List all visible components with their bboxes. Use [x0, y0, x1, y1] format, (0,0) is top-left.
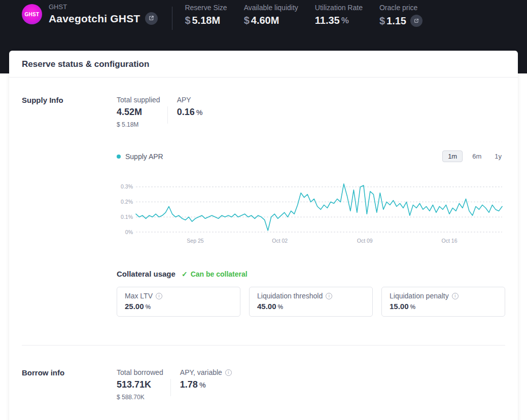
- token-symbol-label: GHST: [49, 3, 158, 11]
- percent-symbol: %: [410, 303, 416, 311]
- total-borrowed-metric: Total borrowed 513.71K $ 588.70K: [117, 368, 163, 401]
- supply-apr-chart: 0%0.1%0.2%0.3%Sep 25Oct 02Oct 09Oct 16: [117, 175, 505, 246]
- supply-section-label: Supply Info: [22, 78, 117, 317]
- stat-number: 5.18M: [192, 15, 221, 26]
- stat-number: 1.15: [387, 15, 406, 27]
- svg-text:0.2%: 0.2%: [121, 199, 133, 205]
- total-supplied-value: 4.52M: [117, 107, 142, 118]
- external-link-icon: [414, 17, 419, 25]
- liquidation-penalty-value: 15.00: [390, 302, 409, 311]
- info-icon[interactable]: i: [156, 293, 162, 299]
- total-borrowed-value: 513.71K: [117, 379, 151, 390]
- percent-symbol: %: [196, 108, 203, 117]
- stat-available-liquidity: Available liquidity $4.60M: [244, 4, 298, 27]
- ghst-token-icon: GHST: [22, 4, 42, 24]
- svg-text:0.3%: 0.3%: [121, 183, 133, 189]
- max-ltv-box: Max LTV i 25.00%: [117, 287, 240, 317]
- collateral-usage-title: Collateral usage: [117, 270, 175, 278]
- supply-apy-metric: APY 0.16%: [177, 96, 203, 128]
- info-icon[interactable]: i: [225, 369, 232, 376]
- svg-text:Oct 02: Oct 02: [272, 238, 288, 244]
- legend-label: Supply APR: [125, 152, 163, 161]
- percent-symbol: %: [146, 303, 151, 311]
- info-icon[interactable]: i: [452, 293, 459, 299]
- svg-text:Sep 25: Sep 25: [187, 238, 203, 244]
- reserve-header: GHST GHST Aavegotchi GHST Reserve Size $…: [0, 0, 527, 47]
- total-supplied-label: Total supplied: [117, 96, 160, 104]
- stat-value: $5.18M: [185, 15, 227, 26]
- borrow-apy-value: 1.78: [180, 379, 198, 390]
- chart-legend: Supply APR: [117, 152, 163, 161]
- title-block: GHST Aavegotchi GHST: [49, 3, 158, 25]
- borrow-apy-label: APY, variable: [180, 368, 222, 376]
- stat-number: 4.60M: [251, 15, 279, 26]
- stat-value: $4.60M: [244, 15, 298, 26]
- percent-symbol: %: [199, 381, 206, 389]
- percent-symbol: %: [341, 16, 349, 26]
- external-link-icon: [149, 15, 154, 22]
- metric-divider: [167, 106, 168, 124]
- supply-apy-label: APY: [177, 96, 203, 104]
- borrow-apy-metric: APY, variable i 1.78%: [180, 368, 232, 401]
- supply-apy-value: 0.16: [177, 107, 195, 118]
- max-ltv-value: 25.00: [125, 302, 144, 311]
- page-title: Aavegotchi GHST: [49, 13, 140, 25]
- currency-symbol: $: [244, 15, 250, 26]
- liquidation-penalty-label: Liquidation penalty: [390, 292, 449, 300]
- range-chip-1y[interactable]: 1y: [491, 150, 505, 162]
- total-borrowed-usd: $ 588.70K: [117, 394, 163, 401]
- total-borrowed-label: Total borrowed: [117, 368, 163, 376]
- external-link-button[interactable]: [145, 12, 158, 25]
- collateral-usage-section: Collateral usage ✓ Can be collateral Max…: [117, 270, 505, 317]
- metric-divider: [170, 379, 171, 396]
- currency-symbol: $: [379, 15, 385, 27]
- percent-symbol: %: [278, 303, 284, 311]
- stat-label: Reserve Size: [185, 4, 227, 12]
- total-supplied-metric: Total supplied 4.52M $ 5.18M: [117, 96, 160, 128]
- borrow-section: Borrow info Total borrowed 513.71K $ 588…: [22, 346, 505, 401]
- max-ltv-label: Max LTV: [125, 292, 153, 300]
- time-range-selector: 1m 6m 1y: [442, 150, 505, 162]
- svg-text:Oct 09: Oct 09: [357, 238, 373, 244]
- liquidation-penalty-box: Liquidation penalty i 15.00%: [381, 287, 505, 317]
- total-supplied-usd: $ 5.18M: [117, 121, 160, 128]
- reserve-status-card: Reserve status & configuration Supply In…: [9, 51, 518, 420]
- svg-text:0.1%: 0.1%: [121, 214, 133, 220]
- range-chip-6m[interactable]: 6m: [469, 150, 485, 162]
- stat-number: 11.35: [315, 15, 340, 26]
- token-icon-text: GHST: [25, 12, 40, 17]
- collateral-badge-label: Can be collateral: [191, 270, 248, 278]
- stat-value: $1.15: [379, 15, 423, 27]
- svg-text:Oct 16: Oct 16: [442, 238, 458, 244]
- stat-label: Oracle price: [379, 4, 423, 12]
- svg-text:0%: 0%: [125, 229, 133, 235]
- stat-label: Available liquidity: [244, 4, 298, 12]
- range-chip-1m[interactable]: 1m: [442, 150, 463, 162]
- stat-value: 11.35%: [315, 15, 363, 26]
- legend-dot-icon: [117, 155, 121, 159]
- liquidation-threshold-label: Liquidation threshold: [257, 292, 323, 300]
- supply-apr-chart-container: 0%0.1%0.2%0.3%Sep 25Oct 02Oct 09Oct 16: [117, 175, 505, 246]
- header-divider: [172, 7, 172, 30]
- supply-section: Supply Info Total supplied 4.52M $ 5.18M…: [22, 78, 505, 317]
- oracle-external-link-button[interactable]: [410, 15, 423, 27]
- header-stats: Reserve Size $5.18M Available liquidity …: [185, 3, 423, 27]
- card-title: Reserve status & configuration: [9, 51, 518, 78]
- liquidation-threshold-box: Liquidation threshold i 45.00%: [249, 287, 373, 317]
- stat-utilization-rate: Utilization Rate 11.35%: [315, 4, 363, 27]
- stat-label: Utilization Rate: [315, 4, 363, 12]
- stat-oracle-price: Oracle price $1.15: [379, 4, 423, 27]
- info-icon[interactable]: i: [326, 293, 332, 299]
- borrow-section-label: Borrow info: [22, 346, 117, 401]
- currency-symbol: $: [185, 15, 190, 26]
- stat-reserve-size: Reserve Size $5.18M: [185, 4, 227, 27]
- collateral-badge: ✓ Can be collateral: [182, 270, 248, 278]
- check-icon: ✓: [182, 270, 188, 278]
- liquidation-threshold-value: 45.00: [257, 302, 276, 311]
